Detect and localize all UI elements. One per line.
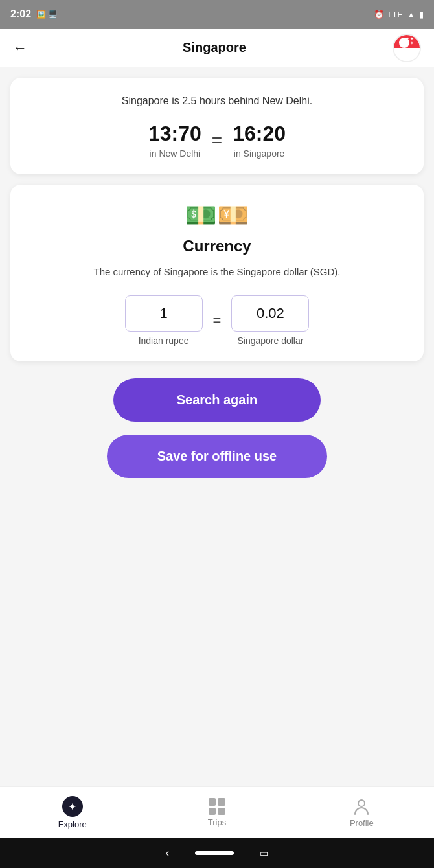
source-time-block: 13:70 in New Delhi [148, 122, 201, 159]
source-currency-block: 1 Indian rupee [125, 295, 203, 346]
bottom-navigation: ✦ Explore Trips Profile [0, 786, 434, 838]
status-time: 2:02 🖼️ 🖥️ [10, 8, 58, 20]
currency-description: The currency of Singapore is the Singapo… [29, 264, 405, 280]
profile-label: Profile [350, 818, 374, 828]
target-currency-label: Singapore dollar [237, 336, 303, 346]
currency-comparison: 1 Indian rupee = 0.02 Singapore dollar [29, 295, 405, 346]
source-time: 13:70 [148, 122, 201, 146]
system-home-button[interactable] [195, 851, 234, 855]
target-time-label: in Singapore [234, 148, 285, 159]
search-again-button[interactable]: Search again [113, 378, 321, 422]
system-back-button[interactable]: ‹ [166, 847, 169, 859]
currency-title: Currency [29, 237, 405, 255]
trips-icon [209, 798, 225, 815]
alarm-icon: ⏰ [374, 10, 384, 19]
target-time: 16:20 [233, 122, 286, 146]
explore-label: Explore [58, 819, 87, 829]
scroll-content: Singapore is 2.5 hours behind New Delhi.… [0, 67, 434, 786]
system-recents-button[interactable]: ▭ [260, 848, 268, 858]
header: ← Singapore ✦✦✦✦✦ [0, 29, 434, 67]
source-currency-label: Indian rupee [139, 336, 189, 346]
svg-point-0 [358, 800, 365, 806]
status-icons: ⏰ LTE ▲ ▮ [374, 10, 424, 19]
source-amount[interactable]: 1 [125, 295, 203, 332]
time-comparison: 13:70 in New Delhi = 16:20 in Singapore [29, 122, 405, 159]
system-nav-bar: ‹ ▭ [0, 838, 434, 868]
nav-item-profile[interactable]: Profile [290, 797, 434, 828]
target-currency-block: 0.02 Singapore dollar [231, 295, 309, 346]
time-equals: = [212, 130, 222, 151]
action-buttons: Search again Save for offline use [10, 372, 424, 485]
nav-item-explore[interactable]: ✦ Explore [0, 796, 144, 829]
source-time-label: in New Delhi [150, 148, 201, 159]
currency-card: 💵💴 Currency The currency of Singapore is… [10, 185, 424, 361]
currency-equals: = [213, 312, 222, 329]
signal-bars-icon: ▲ [407, 10, 415, 19]
save-offline-button[interactable]: Save for offline use [107, 435, 327, 478]
nav-item-trips[interactable]: Trips [144, 798, 289, 827]
back-button[interactable]: ← [13, 40, 36, 56]
signal-icon: LTE [388, 10, 403, 19]
target-amount[interactable]: 0.02 [231, 295, 309, 332]
profile-icon [352, 797, 371, 816]
battery-icon: ▮ [419, 10, 424, 19]
target-time-block: 16:20 in Singapore [233, 122, 286, 159]
currency-emoji: 💵💴 [29, 200, 405, 231]
country-flag[interactable]: ✦✦✦✦✦ [393, 34, 421, 62]
trips-label: Trips [208, 817, 226, 827]
explore-icon: ✦ [62, 796, 83, 817]
time-card: Singapore is 2.5 hours behind New Delhi.… [10, 78, 424, 174]
time-description: Singapore is 2.5 hours behind New Delhi. [29, 93, 405, 109]
status-bar: 2:02 🖼️ 🖥️ ⏰ LTE ▲ ▮ [0, 0, 434, 29]
page-title: Singapore [183, 40, 246, 55]
